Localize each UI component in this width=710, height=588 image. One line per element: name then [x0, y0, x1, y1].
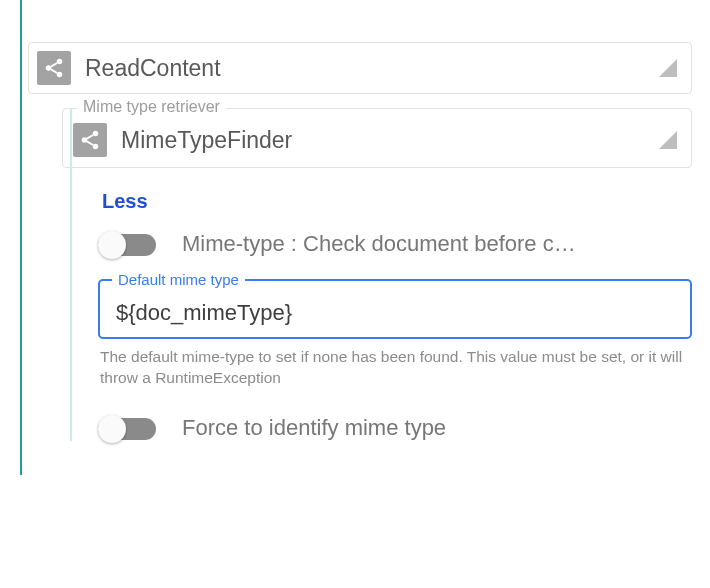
mime-retriever-fieldset: Mime type retriever MimeTypeFinder — [62, 108, 692, 168]
collapse-details-link[interactable]: Less — [102, 190, 148, 213]
tree-guide-primary — [20, 0, 22, 475]
force-identify-label: Force to identify mime type — [182, 415, 692, 441]
share-icon — [37, 51, 71, 85]
processor-title: MimeTypeFinder — [121, 127, 651, 154]
force-identify-row: Force to identify mime type — [98, 415, 692, 441]
check-before-row: Mime-type : Check document before c… — [98, 231, 692, 257]
svg-point-2 — [57, 72, 63, 78]
default-mime-field[interactable]: Default mime type — [98, 279, 692, 339]
details-section: Less Mime-type : Check document before c… — [98, 190, 692, 441]
processor-children: Mime type retriever MimeTypeFinder Less … — [48, 108, 692, 441]
default-mime-input[interactable] — [114, 299, 676, 327]
check-before-label: Mime-type : Check document before c… — [182, 231, 692, 257]
toggle-thumb — [98, 231, 126, 259]
default-mime-help: The default mime-type to set if none has… — [98, 347, 692, 389]
processor-card-readcontent[interactable]: ReadContent — [28, 42, 692, 94]
mime-retriever-legend: Mime type retriever — [77, 98, 226, 116]
svg-point-3 — [93, 131, 99, 137]
expand-triangle-icon[interactable] — [659, 59, 677, 77]
processor-card-mimetypefinder[interactable]: MimeTypeFinder — [63, 109, 691, 167]
svg-point-1 — [46, 65, 52, 71]
processor-title: ReadContent — [85, 55, 651, 82]
svg-point-0 — [57, 59, 63, 65]
default-mime-legend: Default mime type — [112, 271, 245, 288]
force-identify-toggle[interactable] — [98, 415, 156, 441]
svg-point-5 — [93, 144, 99, 150]
config-panel: ReadContent Mime type retriever MimeType… — [0, 0, 710, 475]
check-before-toggle[interactable] — [98, 231, 156, 257]
svg-point-4 — [82, 137, 88, 143]
toggle-thumb — [98, 415, 126, 443]
share-icon — [73, 123, 107, 157]
expand-triangle-icon[interactable] — [659, 131, 677, 149]
